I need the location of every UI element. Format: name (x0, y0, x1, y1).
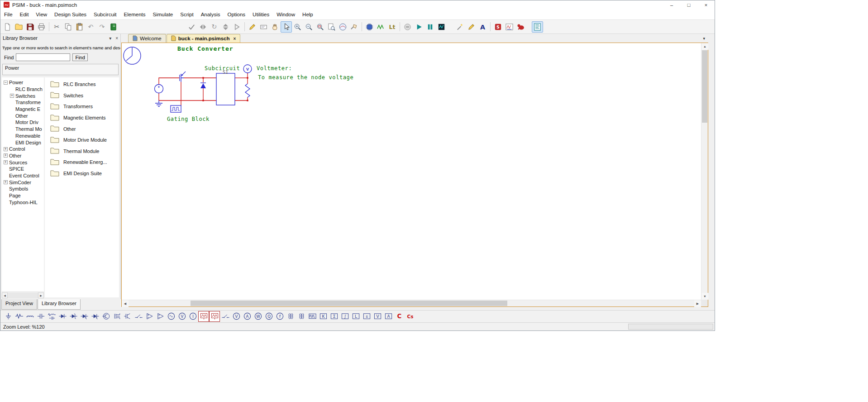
find-button[interactable]: Find (72, 53, 87, 61)
edit-schematic-icon[interactable] (466, 21, 477, 33)
find-input[interactable] (16, 53, 70, 61)
tree-item-simcoder[interactable]: +SimCoder (2, 179, 44, 186)
folder-item-other[interactable]: Other (45, 123, 119, 134)
freewheeling-diode[interactable] (200, 83, 206, 88)
transfer-function-block-icon[interactable]: s (361, 311, 372, 322)
hscroll-thumb[interactable] (191, 301, 507, 306)
voltmeter[interactable]: V (243, 65, 252, 73)
rlc-branch-icon[interactable] (46, 311, 57, 322)
select-icon[interactable] (281, 21, 292, 33)
minimize-button[interactable]: – (663, 0, 680, 10)
scroll-down-icon[interactable]: ▼ (701, 293, 708, 300)
run-icon[interactable] (413, 21, 424, 33)
current-probe-icon[interactable] (209, 311, 220, 322)
menu-utilities[interactable]: Utilities (249, 10, 273, 19)
open-file-icon[interactable] (13, 21, 24, 33)
dc-source[interactable] (155, 85, 163, 93)
three-phase-transformer-icon[interactable] (296, 311, 307, 322)
schematic-title[interactable]: Buck Converter (177, 45, 234, 52)
tab-list-dropdown-icon[interactable]: ▾ (703, 36, 705, 41)
mosfet-icon[interactable] (111, 311, 122, 322)
summer-block-icon[interactable]: Σ (329, 311, 339, 322)
menu-script[interactable]: Script (176, 10, 197, 19)
capacitor-icon[interactable] (35, 311, 46, 322)
runtime-graph-icon[interactable] (436, 21, 447, 33)
library-icon[interactable] (108, 21, 119, 33)
tree-item-transforme[interactable]: Transforme (2, 99, 44, 106)
resistor-icon[interactable] (14, 311, 24, 322)
current-source-icon[interactable]: I (187, 311, 198, 322)
wizard-icon[interactable] (454, 21, 466, 33)
tree-item-other[interactable]: Other (2, 112, 44, 119)
clock-element[interactable] (124, 47, 141, 64)
simulation-control-icon[interactable] (364, 21, 375, 33)
cut-icon[interactable]: ✂ (51, 21, 62, 33)
panel-tab-project-view[interactable]: Project View (1, 299, 37, 310)
canvas-vscrollbar[interactable]: ▲ ▼ (701, 43, 708, 300)
copy-icon[interactable] (62, 21, 74, 33)
var-meter-icon[interactable]: Q (263, 311, 274, 322)
simview-icon[interactable] (504, 21, 515, 33)
zoom-in-icon[interactable] (292, 21, 303, 33)
tree-item-symbols[interactable]: Symbols (2, 186, 44, 192)
tree-item-renewable[interactable]: Renewable (2, 133, 44, 139)
free-run-icon[interactable] (231, 21, 243, 33)
mirror-icon[interactable] (197, 21, 209, 33)
menu-file[interactable]: File (0, 10, 16, 19)
expand-icon[interactable]: + (4, 160, 8, 164)
tree-item-switches[interactable]: +Switches (2, 92, 44, 99)
close-button[interactable]: × (697, 0, 715, 10)
folder-item-renewable-energ[interactable]: Renewable Energ... (45, 157, 119, 168)
zener-diode-icon[interactable] (68, 311, 79, 322)
scroll-left-icon[interactable]: ◀ (122, 300, 129, 307)
transformer-icon[interactable] (285, 311, 296, 322)
tree-item-power[interactable]: −Power (2, 79, 44, 86)
gating-label[interactable]: Gating Block (167, 116, 210, 122)
current-sensor-icon[interactable]: A (383, 311, 394, 322)
folder-item-emi-design-suite[interactable]: EMI Design Suite (45, 168, 119, 179)
tree-item-thermal-mo[interactable]: Thermal Mo (2, 126, 44, 133)
wire-check-icon[interactable] (186, 21, 197, 33)
flip-vertical-icon[interactable] (220, 21, 231, 33)
zoom-fit-icon[interactable] (326, 21, 337, 33)
current-scope-icon[interactable] (337, 21, 348, 33)
print-icon[interactable] (36, 21, 47, 33)
rotate-icon[interactable]: ↻ (209, 21, 220, 33)
voltage-probe-icon[interactable] (198, 311, 209, 322)
collapse-icon[interactable]: − (4, 81, 8, 85)
vscroll-thumb[interactable] (702, 50, 707, 123)
mosfet-switch[interactable] (180, 72, 186, 82)
ground-symbol[interactable] (155, 100, 162, 106)
tree-item-magnetic-e[interactable]: Magnetic E (2, 106, 44, 113)
canvas-hscrollbar[interactable]: ◀ ▶ (122, 300, 701, 306)
menu-window[interactable]: Window (273, 10, 299, 19)
zoom-out-icon[interactable] (303, 21, 315, 33)
tree-item-emi-design[interactable]: EMI Design (2, 139, 44, 146)
folder-item-magnetic-elements[interactable]: Magnetic Elements (45, 112, 119, 124)
menu-edit[interactable]: Edit (16, 10, 33, 19)
ac-voltage-source-icon[interactable] (166, 311, 176, 322)
run-simulation-icon[interactable] (375, 21, 386, 33)
expand-icon[interactable]: + (10, 94, 14, 98)
expand-icon[interactable]: + (4, 147, 8, 151)
tab-close-icon[interactable]: × (233, 36, 236, 41)
voltmeter-note[interactable]: To measure the node voltage (258, 74, 353, 81)
ltspice-icon[interactable]: Lt (386, 21, 398, 33)
inductor-icon[interactable] (24, 311, 35, 322)
load-resistor[interactable] (245, 84, 250, 97)
wattmeter-icon[interactable]: W (253, 311, 263, 322)
voltmeter-icon[interactable]: V (231, 311, 242, 322)
tree-item-sources[interactable]: +Sources (2, 159, 44, 166)
menu-analysis[interactable]: Analysis (197, 10, 224, 19)
tree-item-page[interactable]: Page (2, 192, 44, 199)
tree-item-motor-driv[interactable]: Motor Driv (2, 119, 44, 126)
menu-design-suites[interactable]: Design Suites (51, 10, 90, 19)
diode-icon[interactable] (57, 311, 68, 322)
folder-item-switches[interactable]: Switches (45, 90, 119, 101)
panel-menu-icon[interactable]: ▾ (109, 36, 111, 41)
gto-icon[interactable] (90, 311, 100, 322)
panel-tab-library-browser[interactable]: Library Browser (38, 299, 81, 310)
menu-view[interactable]: View (32, 10, 51, 19)
folder-item-transformers[interactable]: Transformers (45, 101, 119, 112)
label-icon[interactable] (258, 21, 269, 33)
